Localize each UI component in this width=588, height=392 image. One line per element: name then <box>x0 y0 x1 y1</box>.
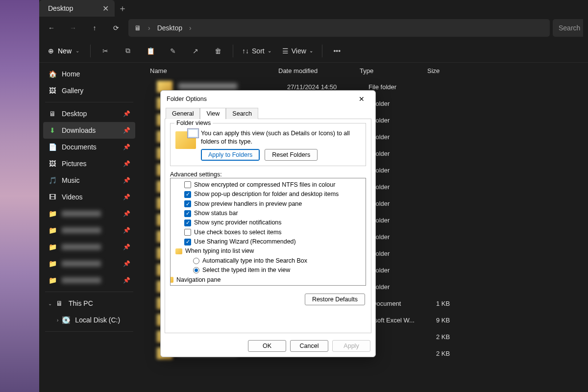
sidebar-item-desktop[interactable]: 🖥Desktop📌 <box>43 105 135 122</box>
new-tab-button[interactable]: ＋ <box>115 0 130 17</box>
pin-icon: 📌 <box>123 194 130 200</box>
setting-row[interactable]: ✓Show pop-up description for folder and … <box>184 190 363 199</box>
sidebar-item-downloads[interactable]: ⬇Downloads📌 <box>43 122 135 139</box>
checkbox[interactable]: ✓ <box>184 220 191 226</box>
file-type: e folder <box>368 200 436 207</box>
file-type: e folder <box>368 267 436 274</box>
forward-button[interactable]: → <box>64 19 82 37</box>
col-type[interactable]: Type <box>360 67 427 74</box>
active-tab[interactable]: Desktop ✕ <box>39 0 115 17</box>
setting-row[interactable]: Navigation pane <box>175 275 363 285</box>
refresh-button[interactable]: ⟳ <box>107 19 125 37</box>
setting-row[interactable]: ✓Show status bar <box>184 209 363 218</box>
setting-row[interactable]: When typing into list view <box>184 246 363 256</box>
sort-button[interactable]: ↑↓Sort⌄ <box>238 45 275 57</box>
up-button[interactable]: ↑ <box>85 19 104 37</box>
file-type: t Document <box>368 300 436 307</box>
sidebar-item-localdisk[interactable]: ›💽Local Disk (C:) <box>43 312 135 328</box>
radio[interactable] <box>193 267 199 273</box>
setting-row[interactable]: ✓Show preview handlers in preview pane <box>184 199 363 209</box>
folder-icon: 📁 <box>48 276 57 285</box>
sidebar-item-folder[interactable]: 📁📌 <box>43 222 135 239</box>
share-icon: ↗ <box>193 47 198 55</box>
checkbox[interactable]: ✓ <box>184 210 191 217</box>
apply-button[interactable]: Apply <box>332 340 370 352</box>
column-headers: ⌃ Name Date modified Type Size <box>139 63 588 78</box>
setting-row[interactable]: Select the typed item in the view <box>184 266 363 275</box>
restore-defaults-button[interactable]: Restore Defaults <box>305 294 365 305</box>
separator <box>45 331 133 332</box>
setting-row[interactable]: Always show availability status <box>184 285 363 286</box>
close-tab-icon[interactable]: ✕ <box>102 4 109 13</box>
video-icon: 🎞 <box>48 193 57 201</box>
col-date[interactable]: Date modified <box>278 67 360 74</box>
sidebar-item-folder[interactable]: 📁📌 <box>43 255 135 272</box>
trash-icon: 🗑 <box>215 47 221 55</box>
folder-icon <box>175 248 182 254</box>
setting-row[interactable]: Automatically type into the Search Box <box>184 256 363 266</box>
sidebar-item-videos[interactable]: 🎞Videos📌 <box>43 189 135 205</box>
chevron-right-icon: › <box>189 24 192 32</box>
view-button[interactable]: ☰View⌄ <box>278 45 317 57</box>
apply-to-folders-button[interactable]: Apply to Folders <box>201 149 260 161</box>
navigation-row: ← → ↑ ⟳ 🖥 › Desktop › Search <box>39 17 588 39</box>
sidebar-item-folder[interactable]: 📁📌 <box>43 272 135 289</box>
col-size[interactable]: Size <box>427 67 486 74</box>
more-button[interactable]: ••• <box>327 41 347 61</box>
folder-views-legend: Folder views <box>174 120 213 126</box>
address-bar[interactable]: 🖥 › Desktop › <box>128 19 550 37</box>
folder-icon <box>170 277 173 283</box>
sidebar-item-folder[interactable]: 📁📌 <box>43 205 135 222</box>
radio[interactable] <box>193 258 199 264</box>
folder-icon: 📁 <box>48 259 57 268</box>
dialog-close-button[interactable]: ✕ <box>353 92 370 106</box>
file-name <box>178 83 287 91</box>
ok-button[interactable]: OK <box>248 340 286 352</box>
tab-search[interactable]: Search <box>226 108 258 119</box>
file-type: e folder <box>368 183 436 191</box>
checkbox[interactable] <box>184 229 191 236</box>
dialog-titlebar: Folder Options ✕ <box>161 91 375 107</box>
sidebar-item-folder[interactable]: 📁📌 <box>43 239 135 255</box>
pin-icon: 📌 <box>123 177 130 184</box>
cut-button[interactable]: ✂ <box>96 41 115 61</box>
setting-row[interactable]: Use check boxes to select items <box>184 228 363 237</box>
breadcrumb-desktop[interactable]: Desktop <box>157 24 182 32</box>
gallery-icon: 🖼 <box>48 86 57 95</box>
sidebar-item-pictures[interactable]: 🖼Pictures📌 <box>43 155 135 172</box>
new-button[interactable]: ⊕ New ⌄ <box>42 44 85 58</box>
tab-view[interactable]: View <box>200 108 226 119</box>
sidebar-item-music[interactable]: 🎵Music📌 <box>43 172 135 189</box>
share-button[interactable]: ↗ <box>186 41 205 61</box>
advanced-settings-list[interactable]: Show encrypted or compressed NTFS files … <box>170 178 366 286</box>
setting-row[interactable]: Show encrypted or compressed NTFS files … <box>184 180 363 190</box>
refresh-icon: ⟳ <box>113 24 119 32</box>
col-name[interactable]: Name <box>147 67 278 74</box>
cancel-button[interactable]: Cancel <box>290 340 328 352</box>
back-button[interactable]: ← <box>42 19 61 37</box>
setting-row[interactable]: ✓Show sync provider notifications <box>184 218 363 227</box>
rename-button[interactable]: ✎ <box>163 41 183 61</box>
file-type: e folder <box>368 217 436 224</box>
sidebar-item-home[interactable]: 🏠Home <box>43 66 135 82</box>
file-type: e folder <box>368 167 436 174</box>
setting-label: Select the typed item in the view <box>202 266 290 275</box>
desktop-icon: 🖥 <box>48 109 57 118</box>
pin-icon: 📌 <box>123 160 130 167</box>
file-date: 27/11/2024 14:50 <box>287 83 368 91</box>
copy-button[interactable]: ⧉ <box>118 41 138 61</box>
delete-button[interactable]: 🗑 <box>208 41 228 61</box>
checkbox[interactable]: ✓ <box>184 191 191 198</box>
reset-folders-button[interactable]: Reset Folders <box>265 149 318 161</box>
checkbox[interactable]: ✓ <box>184 200 191 207</box>
chevron-right-icon: › <box>148 24 150 32</box>
checkbox[interactable] <box>184 181 191 188</box>
sidebar-item-thispc[interactable]: ⌄🖥This PC <box>43 295 135 312</box>
search-input[interactable]: Search <box>553 19 583 37</box>
checkbox[interactable]: ✓ <box>184 239 191 245</box>
sidebar-item-gallery[interactable]: 🖼Gallery <box>43 82 135 99</box>
sidebar-item-documents[interactable]: 📄Documents📌 <box>43 139 135 155</box>
paste-button[interactable]: 📋 <box>141 41 160 61</box>
setting-row[interactable]: ✓Use Sharing Wizard (Recommended) <box>184 237 363 246</box>
tab-general[interactable]: General <box>166 108 200 119</box>
